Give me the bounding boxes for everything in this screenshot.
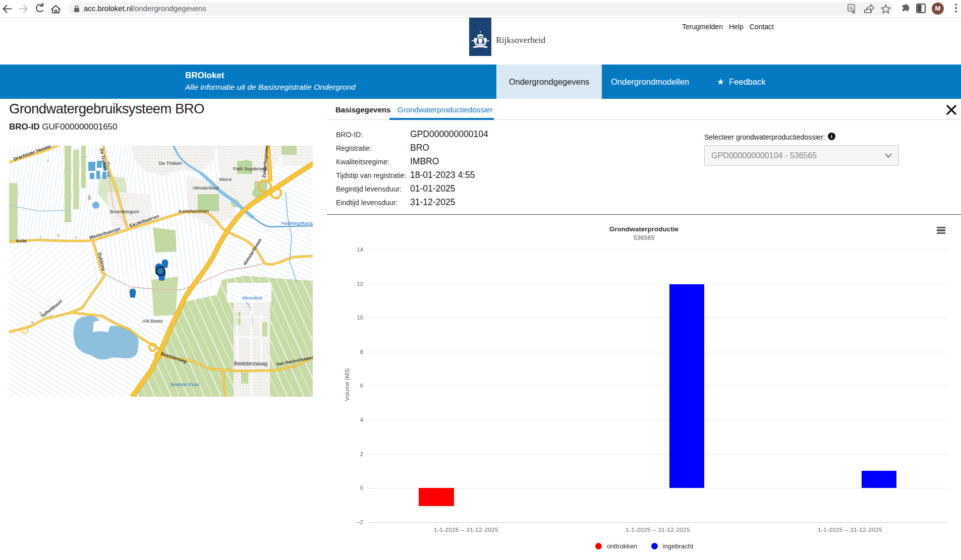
svg-text:Krite: Krite — [16, 238, 27, 243]
svg-text:Mearsleat: Mearsleat — [242, 295, 262, 300]
svg-text:Kortehemmen: Kortehemmen — [179, 208, 209, 214]
svg-text:Boornbergum: Boornbergum — [110, 209, 139, 214]
svg-text:Ferbiningskanaal: Ferbiningskanaal — [281, 221, 313, 226]
svg-text:Beetsterzwaag: Beetsterzwaag — [234, 361, 267, 366]
svg-text:Ald Beets: Ald Beets — [142, 318, 163, 324]
svg-text:Himsterhout: Himsterhout — [193, 185, 219, 191]
svg-text:Morra: Morra — [219, 176, 232, 182]
svg-text:Beetster Feart: Beetster Feart — [171, 382, 200, 387]
svg-text:G: G — [850, 6, 853, 11]
svg-text:De Trisken: De Trisken — [159, 160, 182, 166]
